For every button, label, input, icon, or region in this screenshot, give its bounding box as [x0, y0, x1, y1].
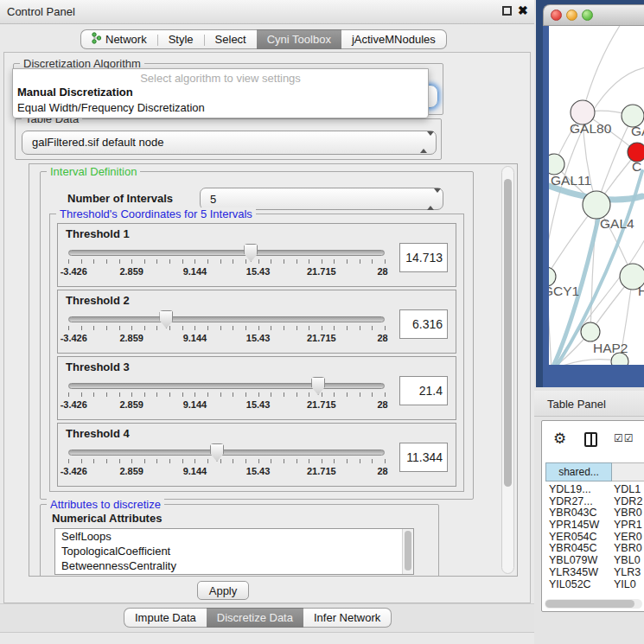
slider-zone: -3.4262.8599.14415.4321.71528 [68, 245, 385, 284]
slider-tick [144, 459, 145, 463]
network-node-hap2[interactable] [581, 322, 600, 341]
slider-track[interactable] [68, 316, 385, 322]
table-cell: YDL19... [545, 483, 609, 495]
threshold-value-field[interactable]: 6.316 [399, 309, 448, 339]
table-row[interactable]: YIL052CYIL0 [545, 578, 644, 590]
table-horizontal-scrollbar[interactable] [545, 599, 642, 609]
slider-handle[interactable] [210, 443, 224, 462]
attributes-group: Attributes to discretize Numerical Attri… [40, 504, 439, 577]
threshold-value-field[interactable]: 14.713 [399, 243, 448, 272]
slider-tick [284, 326, 284, 330]
gear-icon[interactable]: ⚙ [553, 430, 566, 448]
slider-tick [372, 392, 373, 397]
slider-tick [131, 392, 132, 397]
table-row[interactable]: YER054CYER0 [545, 531, 644, 543]
threshold-label: Threshold 3 [66, 360, 130, 373]
minimize-traffic-light-icon[interactable] [566, 10, 577, 21]
algorithm-prompt-item[interactable]: Select algorithm to view settings [13, 69, 428, 85]
table-cell: YPR145W [545, 519, 609, 531]
numerical-attributes-list[interactable]: SelfLoopsTopologicalCoefficientBetweenne… [54, 528, 414, 575]
slider-scale-label: 15.43 [246, 466, 271, 476]
threshold-value-field[interactable]: 21.4 [399, 376, 448, 405]
algorithm-option-manual-discretization[interactable]: Manual Discretization [13, 85, 428, 100]
network-node-gal4[interactable] [583, 191, 610, 219]
threshold-slider[interactable]: -3.4262.8599.14415.4321.71528 [65, 444, 393, 484]
slider-tick [144, 259, 145, 264]
apply-button[interactable]: Apply [197, 581, 249, 600]
app-root: Control Panel ✖ NetworkStyleSelectCyni T… [0, 0, 644, 644]
threshold-value-field[interactable]: 11.344 [399, 443, 448, 472]
slider-tick [182, 392, 183, 397]
slider-tick [182, 326, 183, 330]
attribute-list-item[interactable]: SelfLoops [55, 529, 413, 544]
slider-tick [309, 326, 309, 330]
network-window: GAL80GACGAL11GAL4GCY1HHAP2 [536, 0, 644, 387]
threshold-slider[interactable]: -3.4262.8599.14415.4321.71528 [65, 378, 393, 418]
tab-style[interactable]: Style [158, 29, 204, 49]
slider-tick [220, 392, 221, 397]
slider-scale-label: 28 [377, 333, 387, 343]
slider-tick [271, 326, 271, 330]
slider-tick [169, 392, 170, 397]
top-tab-strip: NetworkStyleSelectCyni ToolboxjActiveMNo… [80, 29, 447, 49]
tab-infer-network[interactable]: Infer Network [303, 608, 392, 628]
slider-scale-label: 9.144 [183, 466, 207, 476]
slider-track[interactable] [68, 250, 385, 256]
close-icon[interactable]: ✖ [518, 3, 528, 17]
number-of-intervals-label: Number of Intervals [67, 192, 173, 205]
slider-scale-label: -3.426 [61, 399, 87, 410]
slider-track[interactable] [68, 450, 385, 456]
slider-tick [119, 259, 120, 264]
table-row[interactable]: YBR045CYBR0 [545, 542, 644, 554]
close-traffic-light-icon[interactable] [551, 10, 562, 21]
table-row[interactable]: YBL079WYBL0 [545, 554, 644, 566]
slider-tick [360, 259, 360, 264]
slider-track[interactable] [68, 383, 385, 389]
attributes-scrollbar[interactable] [402, 529, 413, 574]
tab-impute-data[interactable]: Impute Data [124, 608, 207, 628]
slider-tick [119, 392, 120, 397]
network-canvas[interactable]: GAL80GACGAL11GAL4GCY1HHAP2 [549, 26, 644, 365]
tab-cyni-toolbox[interactable]: Cyni Toolbox [257, 29, 341, 49]
slider-scale-label: 21.715 [307, 466, 336, 476]
column-header-shared[interactable]: shared... [545, 462, 612, 481]
threshold-slider[interactable]: -3.4262.8599.14415.4321.71528 [65, 245, 393, 284]
attribute-list-item[interactable]: BetweennessCentrality [55, 558, 413, 573]
slider-tick [296, 326, 297, 330]
tab-select[interactable]: Select [205, 29, 257, 49]
table-row[interactable]: YLR345WYLR3 [545, 566, 644, 578]
slider-tick [334, 392, 335, 397]
table-data-combobox[interactable]: galFiltered.sif default node [22, 131, 437, 155]
slider-tick [322, 326, 322, 330]
network-node-gal11[interactable] [549, 154, 564, 175]
tab-network[interactable]: Network [80, 29, 157, 49]
slider-tick [245, 259, 246, 264]
table-row[interactable]: YDR27...YDR2 [545, 495, 644, 507]
combo-arrows-icon [420, 136, 428, 149]
tab-discretize-data[interactable]: Discretize Data [207, 608, 303, 628]
slider-tick [194, 326, 195, 330]
slider-scale-label: -3.426 [61, 333, 87, 343]
slider-handle[interactable] [311, 377, 325, 395]
attribute-list-item[interactable]: TopologicalCoefficient [55, 544, 413, 558]
checkbox-icons[interactable]: ☑☑ [614, 432, 634, 444]
algorithm-option-equal-width-frequency-discretization[interactable]: Equal Width/Frequency Discretization [13, 100, 428, 116]
table-cell: YBL0 [609, 554, 641, 566]
slider-tick [144, 326, 145, 330]
threshold-slider[interactable]: -3.4262.8599.14415.4321.71528 [65, 311, 393, 351]
tab-jactivemnodules[interactable]: jActiveMNodules [341, 29, 447, 49]
float-window-icon[interactable] [502, 6, 512, 16]
slider-tick [207, 259, 208, 264]
slider-tick [258, 392, 259, 397]
split-view-icon[interactable] [584, 432, 597, 447]
table-row[interactable]: YPR145WYPR1 [545, 519, 644, 531]
table-cell: YLR3 [609, 566, 641, 578]
slider-tick [194, 259, 195, 264]
table-row[interactable]: YDL19...YDL1 [545, 483, 644, 495]
slider-tick [220, 259, 221, 264]
table-row[interactable]: YBR043CYBR0 [545, 507, 644, 519]
slider-handle[interactable] [159, 310, 173, 328]
column-header-name[interactable]: name [612, 462, 644, 481]
zoom-traffic-light-icon[interactable] [582, 10, 593, 21]
settings-vertical-scrollbar[interactable] [501, 166, 514, 574]
